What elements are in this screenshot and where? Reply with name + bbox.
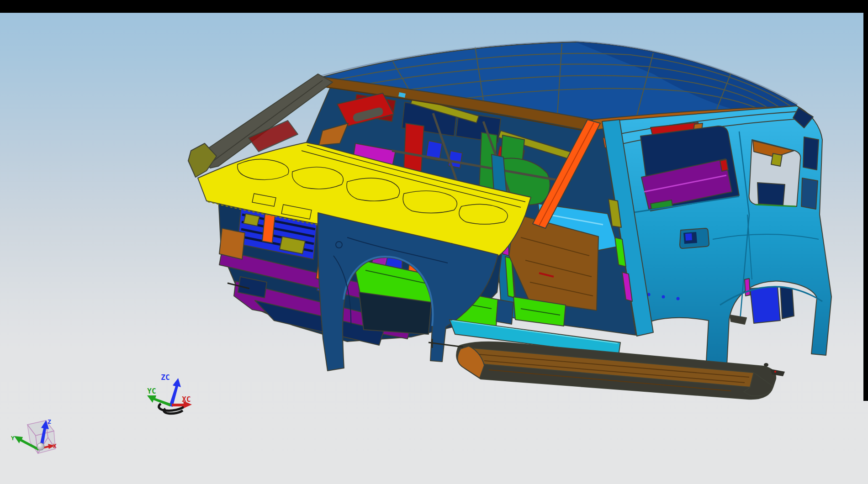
wcs-z-label: ZC <box>161 373 169 382</box>
datum-origin-sphere[interactable] <box>37 443 44 450</box>
top-black-bar <box>0 0 868 13</box>
car-body-model[interactable] <box>188 41 831 399</box>
right-black-bar <box>863 0 868 401</box>
cad-viewport-window: ZC YC XC Z <box>0 0 868 484</box>
graphics-viewport[interactable]: ZC YC XC Z <box>0 0 868 484</box>
floor-support-gap <box>496 300 513 324</box>
wcs-y-label: YC <box>147 387 156 395</box>
wcs-y-axis[interactable]: YC <box>147 387 171 406</box>
datum-csys[interactable]: Z Y X <box>11 418 57 453</box>
door-handle[interactable] <box>680 228 709 248</box>
datum-y-label: Y <box>11 435 15 442</box>
wcs-triad[interactable]: ZC YC XC <box>147 373 192 414</box>
wcs-x-label: XC <box>182 395 191 404</box>
quarter-window-olive-tab <box>771 153 782 166</box>
front-brown-patch <box>219 228 245 259</box>
quarter-window-navy-box <box>757 183 785 205</box>
window-red-chip <box>720 159 728 171</box>
datum-x-label: X <box>53 442 57 449</box>
datum-z-label: Z <box>48 418 51 425</box>
